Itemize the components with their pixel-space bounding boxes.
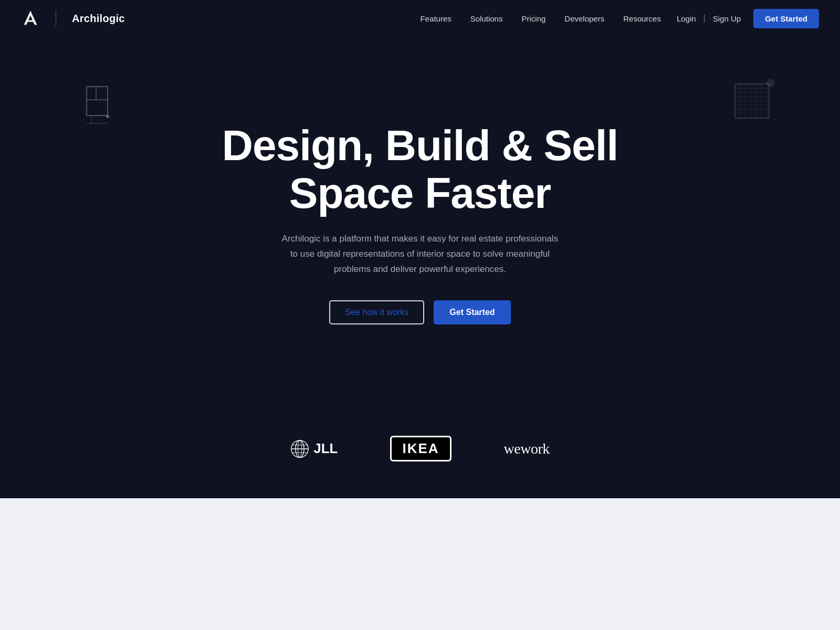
deco-right bbox=[730, 79, 777, 128]
hero-get-started-button[interactable]: Get Started bbox=[434, 300, 510, 324]
nav-pricing[interactable]: Pricing bbox=[521, 14, 545, 23]
nav-separator: | bbox=[704, 14, 706, 23]
bottom-section bbox=[0, 498, 840, 630]
brand-name: Archilogic bbox=[72, 13, 125, 25]
nav-resources[interactable]: Resources bbox=[623, 14, 661, 23]
signup-link[interactable]: Sign Up bbox=[713, 14, 741, 23]
svg-rect-3 bbox=[87, 87, 96, 100]
svg-marker-0 bbox=[24, 11, 37, 25]
jll-globe-icon bbox=[290, 439, 309, 458]
nav-links: Features Solutions Pricing Developers Re… bbox=[421, 14, 661, 23]
nav-features[interactable]: Features bbox=[421, 14, 452, 23]
jll-logo: JLL bbox=[290, 439, 338, 458]
svg-rect-4 bbox=[96, 87, 108, 100]
logos-section: JLL IKEA wework bbox=[0, 420, 840, 498]
nav-solutions[interactable]: Solutions bbox=[470, 14, 503, 23]
logo-icon bbox=[21, 9, 40, 28]
svg-point-9 bbox=[107, 116, 108, 117]
ikea-text: IKEA bbox=[402, 440, 439, 456]
nav-auth: Login | Sign Up Get Started bbox=[677, 9, 819, 28]
navbar: Archilogic Features Solutions Pricing De… bbox=[0, 0, 840, 37]
see-how-it-works-button[interactable]: See how it works bbox=[329, 300, 424, 324]
wework-logo: wework bbox=[504, 440, 550, 457]
jll-text: JLL bbox=[313, 440, 338, 457]
nav-get-started-button[interactable]: Get Started bbox=[753, 9, 819, 28]
logo-link[interactable]: Archilogic bbox=[21, 9, 125, 28]
nav-divider bbox=[56, 10, 56, 26]
svg-rect-2 bbox=[87, 87, 108, 116]
svg-rect-5 bbox=[87, 100, 108, 116]
wework-text: wework bbox=[504, 440, 550, 457]
hero-section: Design, Build & Sell Space Faster Archil… bbox=[0, 37, 840, 420]
deco-left bbox=[84, 84, 118, 133]
hero-subtitle: Archilogic is a platform that makes it e… bbox=[278, 232, 562, 277]
hero-title: Design, Build & Sell Space Faster bbox=[222, 122, 618, 216]
ikea-logo: IKEA bbox=[390, 436, 451, 461]
hero-buttons: See how it works Get Started bbox=[329, 300, 510, 324]
nav-developers[interactable]: Developers bbox=[564, 14, 604, 23]
login-link[interactable]: Login bbox=[677, 14, 696, 23]
